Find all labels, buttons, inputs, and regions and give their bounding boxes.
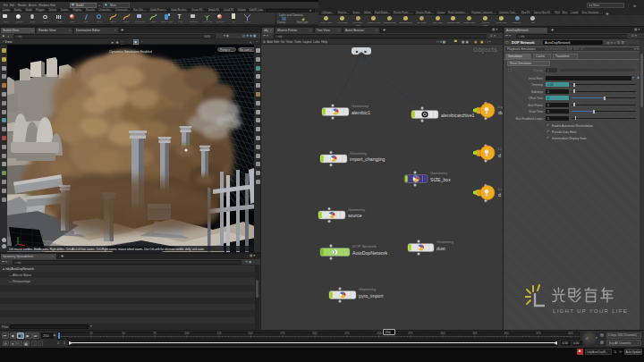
svg-text:d: d [498,192,501,198]
svg-text:375: 375 [536,332,541,335]
svg-text:200: 200 [312,332,318,335]
svg-text:Geometry: Geometry [348,206,366,211]
svg-text:Geometry: Geometry [352,104,369,108]
svg-text:dust: dust [436,245,445,250]
svg-text:25: 25 [89,332,93,335]
svg-text:Geometry: Geometry [430,171,448,175]
svg-text:100: 100 [184,332,190,335]
svg-text:SIZE_box: SIZE_box [430,176,451,181]
svg-text:alembicarchive1: alembicarchive1 [441,112,475,117]
svg-text:pyro_import: pyro_import [359,292,384,298]
svg-text:DOP Network: DOP Network [352,244,377,248]
svg-text:Geometry: Geometry [359,287,377,291]
svg-text:Li: Li [498,186,501,190]
svg-text:75: 75 [153,332,157,335]
svg-text:250: 250 [377,332,382,335]
svg-text:350: 350 [504,332,509,335]
svg-text:Geometry: Geometry [436,240,454,244]
svg-text:325: 325 [472,332,478,335]
svg-text:Li: Li [498,147,501,151]
svg-text:175: 175 [280,332,285,335]
svg-text:50: 50 [122,332,125,335]
svg-text:Geometry: Geometry [350,150,368,155]
svg-text:400: 400 [568,332,573,335]
svg-text:d: d [498,152,501,157]
svg-text:300: 300 [440,332,445,335]
svg-text:LIGHT UP YOUR LIFE: LIGHT UP YOUR LIFE [553,308,628,314]
svg-text:source: source [348,213,362,218]
svg-text:225: 225 [344,332,350,335]
svg-text:alembic1: alembic1 [352,109,370,114]
svg-text:import_changjing: import_changjing [350,156,386,162]
svg-text:150: 150 [248,332,253,335]
svg-text:275: 275 [408,332,413,335]
svg-text:125: 125 [216,332,222,335]
svg-text:AutoDopNetwork: AutoDopNetwork [352,249,388,255]
